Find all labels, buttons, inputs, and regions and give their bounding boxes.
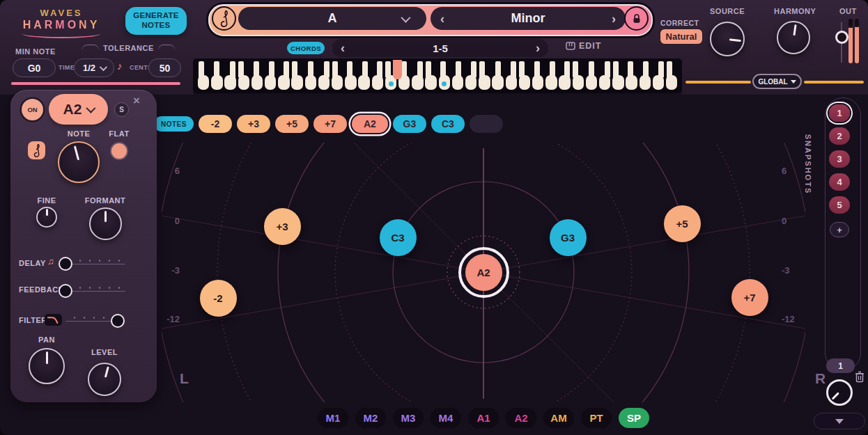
delay-slider[interactable] (61, 258, 125, 270)
white-key[interactable] (452, 61, 463, 90)
radar-node--2[interactable]: -2 (200, 280, 237, 317)
radar-node-+5[interactable]: +5 (664, 205, 701, 242)
white-key[interactable] (465, 61, 476, 90)
radar-node-+7[interactable]: +7 (731, 279, 768, 316)
white-key[interactable] (586, 61, 597, 90)
time-select[interactable]: 1/2 (74, 58, 114, 77)
white-key[interactable] (318, 61, 330, 90)
formant-knob[interactable] (89, 207, 122, 240)
white-key[interactable] (626, 61, 637, 90)
note-pill-C3[interactable]: C3 (431, 115, 465, 133)
lock-button[interactable] (624, 6, 649, 31)
mode-button-PT[interactable]: PT (581, 408, 612, 428)
white-key[interactable] (640, 61, 651, 90)
note-pill-plus3[interactable]: +3 (237, 115, 270, 133)
snapshot-button-2[interactable]: 2 (829, 127, 850, 145)
snapshot-button-3[interactable]: 3 (829, 150, 850, 168)
cents-field[interactable]: 50 (148, 58, 181, 77)
white-key[interactable] (238, 61, 249, 90)
white-key[interactable] (211, 61, 222, 90)
chords-badge[interactable]: CHORDS (287, 42, 325, 54)
highlighted-black-key[interactable] (393, 60, 402, 79)
harmony-knob[interactable] (777, 21, 810, 54)
white-key[interactable] (345, 61, 356, 90)
min-note-field[interactable]: G0 (13, 58, 56, 77)
mode-button-A1[interactable]: A1 (468, 408, 499, 428)
solo-button[interactable]: S (114, 102, 129, 117)
white-key[interactable] (305, 61, 316, 90)
radar-node-C3[interactable]: C3 (380, 219, 417, 256)
white-key[interactable] (425, 61, 436, 90)
note-pill-plus5[interactable]: +5 (275, 115, 309, 133)
snapshot-button-4[interactable]: 4 (829, 173, 850, 191)
key-select[interactable]: A (238, 7, 426, 30)
note-knob[interactable] (58, 141, 100, 183)
snapshot-button-5[interactable]: 5 (829, 196, 850, 214)
voice-on-button[interactable]: ON (22, 99, 43, 120)
snapshot-button-1[interactable]: 1 (829, 104, 850, 122)
white-key[interactable] (532, 61, 543, 90)
note-pill-minus2[interactable]: -2 (199, 115, 232, 133)
white-key[interactable] (666, 61, 677, 90)
snapshot-morph-knob[interactable] (826, 379, 853, 406)
white-key[interactable] (412, 61, 423, 90)
white-key[interactable] (612, 61, 623, 90)
white-key[interactable] (492, 61, 503, 90)
mode-button-SP[interactable]: SP (619, 408, 649, 428)
white-key[interactable] (479, 61, 490, 90)
white-key[interactable] (332, 61, 343, 90)
white-key[interactable] (573, 61, 584, 90)
feedback-slider-handle[interactable] (59, 284, 72, 298)
note-pill-G3[interactable]: G3 (393, 115, 426, 133)
generate-notes-button[interactable]: GENERATE NOTES (125, 7, 187, 35)
snapshot-add-button[interactable]: + (830, 222, 849, 237)
white-key[interactable] (653, 61, 664, 90)
delay-slider-handle[interactable] (59, 257, 72, 271)
white-key[interactable] (198, 61, 209, 90)
voice-select[interactable]: A2 (49, 94, 108, 125)
white-key[interactable] (506, 61, 517, 90)
level-knob[interactable] (88, 363, 121, 396)
white-key[interactable] (358, 61, 369, 90)
edit-button[interactable]: EDIT (566, 41, 601, 51)
mode-button-M2[interactable]: M2 (355, 408, 386, 428)
note-pill-empty[interactable] (470, 115, 503, 133)
white-key[interactable] (372, 61, 383, 90)
radar-node-selected[interactable]: A2 (458, 247, 509, 298)
radar-node-G3[interactable]: G3 (550, 219, 587, 256)
chord-next-arrow[interactable]: › (536, 42, 540, 54)
scale-prev-arrow[interactable]: ‹ (440, 13, 444, 25)
mode-button-M4[interactable]: M4 (431, 408, 461, 428)
mode-button-M1[interactable]: M1 (318, 408, 348, 428)
pan-knob[interactable] (29, 348, 65, 384)
radar-node-+3[interactable]: +3 (264, 208, 301, 245)
note-pill-plus7[interactable]: +7 (313, 115, 347, 133)
white-key[interactable] (278, 61, 289, 90)
snapshot-bank-value[interactable]: 1 (826, 358, 855, 373)
correct-mode-button[interactable]: Natural (659, 28, 704, 45)
chord-prev-arrow[interactable]: ‹ (341, 42, 345, 54)
trash-icon[interactable] (855, 371, 865, 386)
note-pill-A2[interactable]: A2 (352, 115, 388, 133)
mode-button-A2[interactable]: A2 (506, 408, 536, 428)
fine-knob[interactable] (36, 207, 57, 228)
white-key[interactable] (599, 61, 610, 90)
white-key[interactable] (545, 61, 557, 90)
bottom-dropdown-button[interactable] (814, 413, 865, 429)
source-knob[interactable] (710, 22, 745, 56)
scale-select[interactable]: ‹ Minor › (431, 7, 626, 30)
radar-node-A2[interactable]: A2 (465, 254, 502, 291)
white-key[interactable] (519, 61, 530, 90)
mode-button-AM[interactable]: AM (543, 408, 574, 428)
close-voice-button[interactable]: × (133, 94, 140, 108)
white-key[interactable] (559, 61, 570, 90)
scale-next-arrow[interactable]: › (612, 13, 616, 25)
white-key[interactable] (224, 61, 235, 90)
white-key[interactable] (291, 61, 302, 90)
flat-button[interactable] (110, 142, 128, 160)
white-key[interactable] (251, 61, 263, 90)
filter-slider-handle[interactable] (111, 314, 125, 328)
white-key[interactable] (265, 61, 276, 90)
mode-button-M3[interactable]: M3 (393, 408, 424, 428)
feedback-slider[interactable] (61, 285, 125, 297)
